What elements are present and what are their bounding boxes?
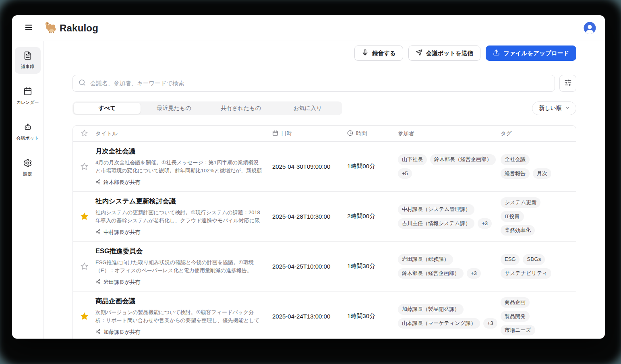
tag-chip: 業務効率化: [501, 225, 535, 236]
favorite-star-button[interactable]: [80, 212, 89, 221]
participant-chip: 鈴木部長（経営企画部）: [430, 154, 496, 165]
column-header-tags: タグ: [501, 130, 576, 137]
calendar-icon: [23, 87, 32, 97]
tags-list: 商品企画 製品開発 市場ニーズ: [501, 297, 576, 336]
tags-list: ESG SDGs サステナビリティ: [501, 254, 576, 279]
sidebar-item-settings[interactable]: 設定: [15, 155, 41, 181]
favorite-star-button[interactable]: [80, 312, 89, 321]
hamburger-menu-button[interactable]: [22, 21, 35, 35]
table-row[interactable]: 月次全社会議 4月の月次全社会議を開催。①社長メッセージ：第1四半期の業績概況と…: [73, 142, 576, 192]
sidebar-item-label: 設定: [23, 171, 32, 177]
meeting-description: 4月の月次全社会議を開催。①社長メッセージ：第1四半期の業績概況と市場環境の変化…: [95, 159, 262, 175]
star-icon: [81, 130, 88, 138]
tab-recently-viewed[interactable]: 最近見たもの: [141, 103, 207, 114]
participants-list: 山下社長 鈴木部長（経営企画部） +5: [398, 154, 501, 179]
star-icon: [81, 263, 88, 270]
tabs-row: すべて 最近見たもの 共有されたもの お気に入り 新しい順: [72, 101, 576, 115]
participants-list: 岩田課長（総務課） 鈴木部長（経営企画部） +3: [398, 254, 501, 279]
upload-icon: [493, 49, 500, 57]
participant-overflow-chip: +3: [478, 218, 492, 229]
share-icon: [95, 329, 101, 335]
sidebar: 議事録 カレンダー 会議ボット 設定: [12, 41, 43, 339]
meeting-datetime: 2025-04-25T10:00:00: [272, 263, 347, 270]
search-icon: [79, 79, 86, 88]
meeting-datetime: 2025-04-24T13:00:00: [272, 313, 347, 320]
sidebar-item-meeting-bot[interactable]: 会議ボット: [15, 119, 41, 145]
participant-overflow-chip: +3: [467, 268, 481, 279]
app-window: Rakulog 議事録: [12, 15, 605, 339]
participant-chip: 加藤課長（製品開発課）: [398, 304, 464, 315]
shared-by: 中村課長が共有: [95, 229, 262, 236]
search-input[interactable]: [90, 80, 549, 87]
table-row[interactable]: ESG推進委員会 ESG推進に向けた取り組み状況の確認と今後の計画を協議。①環境…: [73, 242, 576, 292]
sliders-filter-icon: [564, 79, 572, 88]
app-logo: Rakulog: [43, 21, 98, 36]
tab-all[interactable]: すべて: [74, 103, 141, 114]
sidebar-item-label: 議事録: [21, 64, 34, 70]
file-text-icon: [23, 51, 32, 61]
participants-list: 中村課長（システム管理課） 吉川主任（情報システム課） +3: [398, 204, 501, 229]
upload-file-label: ファイルをアップロード: [503, 50, 569, 57]
upload-file-button[interactable]: ファイルをアップロード: [486, 46, 576, 61]
table-row[interactable]: 商品企画会議 次期バージョンの製品機能について検討。①顧客フィードバック分析：サ…: [73, 292, 576, 339]
participant-chip: 岩田課長（総務課）: [398, 254, 453, 265]
filter-button[interactable]: [559, 75, 576, 92]
sort-order-value: 新しい順: [539, 105, 562, 112]
send-icon: [416, 49, 422, 57]
share-icon: [95, 229, 101, 236]
table-row[interactable]: 社内システム更新検討会議 社内システムの更新計画について検討。①現行システムの課…: [73, 192, 576, 242]
participant-overflow-chip: +5: [398, 168, 412, 179]
meeting-datetime: 2025-04-28T10:30:00: [272, 213, 347, 220]
filter-tabs: すべて 最近見たもの 共有されたもの お気に入り: [72, 101, 342, 115]
chevron-down-icon: [565, 105, 571, 112]
column-header-datetime: 日時: [272, 130, 347, 137]
sidebar-item-calendar[interactable]: カレンダー: [15, 83, 41, 110]
user-avatar-icon: [584, 29, 596, 35]
clock-icon: [347, 130, 353, 137]
meeting-title: 社内システム更新検討会議: [95, 197, 262, 206]
participant-chip: 鈴木部長（経営企画部）: [398, 268, 464, 279]
tab-shared[interactable]: 共有されたもの: [207, 103, 274, 114]
shared-by: 岩田課長が共有: [95, 279, 262, 286]
favorite-star-button[interactable]: [80, 262, 89, 271]
meeting-duration: 1時間30分: [347, 263, 398, 270]
meetings-table: タイトル 日時 時間 参加者 タグ: [72, 125, 576, 339]
participant-chip: 山下社長: [398, 154, 427, 165]
sidebar-item-minutes[interactable]: 議事録: [15, 47, 41, 74]
tag-chip: システム更新: [501, 197, 540, 208]
hamburger-menu-icon: [24, 23, 33, 33]
tags-list: システム更新 IT投資 業務効率化: [501, 197, 576, 236]
record-button[interactable]: 録音する: [354, 46, 403, 61]
tab-favorites[interactable]: お気に入り: [274, 103, 341, 114]
meeting-description: 社内システムの更新計画について検討。①現行システムの課題：2018年導入の基幹シ…: [95, 209, 262, 225]
shared-by: 鈴木部長が共有: [95, 179, 262, 186]
meeting-duration: 1時間30分: [347, 312, 398, 320]
sort-order-select[interactable]: 新しい順: [532, 101, 576, 115]
column-header-participants: 参加者: [398, 130, 501, 137]
favorite-star-button[interactable]: [80, 162, 89, 171]
action-buttons-row: 録音する 会議ボットを送信 ファイルをアップロード: [72, 46, 576, 61]
user-avatar[interactable]: [584, 22, 596, 34]
main-content: 録音する 会議ボットを送信 ファイルをアップロード: [43, 41, 605, 339]
participant-chip: 吉川主任（情報システム課）: [398, 218, 474, 229]
participants-list: 加藤課長（製品開発課） 山本課長（マーケティング課） +3: [398, 304, 501, 329]
tag-chip: ESG: [501, 254, 520, 265]
meeting-duration: 2時間00分: [347, 213, 398, 220]
tag-chip: 市場ニーズ: [501, 325, 535, 336]
participant-chip: 中村課長（システム管理課）: [398, 204, 474, 215]
column-header-favorite: [73, 130, 95, 138]
meeting-description: 次期バージョンの製品機能について検討。①顧客フィードバック分析：サポート問い合わ…: [95, 308, 262, 325]
send-meeting-bot-button[interactable]: 会議ボットを送信: [408, 46, 480, 61]
share-icon: [95, 279, 101, 285]
column-header-duration: 時間: [347, 130, 398, 137]
microphone-icon: [362, 49, 368, 57]
tag-chip: サステナビリティ: [501, 268, 551, 279]
table-header-row: タイトル 日時 時間 参加者 タグ: [73, 126, 576, 142]
gear-icon: [23, 159, 32, 168]
camel-logo-icon: [43, 21, 58, 36]
calendar-icon: [272, 130, 278, 137]
tag-chip: 商品企画: [501, 297, 530, 308]
tags-list: 全社会議 経営報告 月次: [501, 154, 576, 179]
share-icon: [95, 179, 101, 186]
search-box: [72, 75, 555, 92]
